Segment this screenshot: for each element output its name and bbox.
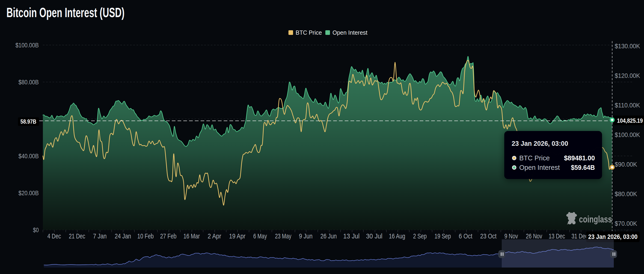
svg-text:6 May: 6 May: [254, 232, 267, 240]
svg-text:$89481.00: $89481.00: [564, 154, 595, 162]
svg-text:10 Feb: 10 Feb: [138, 232, 154, 240]
svg-text:26 Nov: 26 Nov: [526, 232, 542, 240]
svg-text:30 Jul: 30 Jul: [366, 232, 382, 240]
svg-text:16 Mar: 16 Mar: [184, 232, 200, 240]
svg-text:$130.00K: $130.00K: [615, 43, 640, 50]
svg-text:$110.00K: $110.00K: [615, 102, 640, 109]
svg-text:16 Aug: 16 Aug: [389, 232, 405, 240]
svg-text:$80.00K: $80.00K: [615, 190, 637, 198]
svg-text:6 Oct: 6 Oct: [459, 232, 473, 240]
svg-text:Bitcoin Open Interest (USD): Bitcoin Open Interest (USD): [6, 5, 124, 20]
svg-text:BTC Price: BTC Price: [519, 154, 550, 162]
svg-text:27 Feb: 27 Feb: [160, 232, 176, 240]
svg-text:Open Interest: Open Interest: [519, 164, 560, 171]
svg-text:$80.00B: $80.00B: [18, 79, 39, 86]
svg-text:23 May: 23 May: [275, 232, 292, 240]
svg-text:$59.64B: $59.64B: [571, 164, 595, 171]
svg-text:9 Jun: 9 Jun: [299, 232, 313, 240]
svg-text:7 Jan: 7 Jan: [93, 232, 107, 240]
svg-text:31 Dec: 31 Dec: [572, 232, 588, 240]
svg-text:13 Jul: 13 Jul: [343, 232, 360, 240]
svg-text:Open Interest: Open Interest: [332, 29, 368, 36]
svg-text:BTC Price: BTC Price: [296, 29, 322, 36]
svg-text:coinglass: coinglass: [579, 214, 612, 224]
svg-text:$100.00B: $100.00B: [16, 42, 39, 49]
svg-text:58.97B: 58.97B: [20, 118, 36, 125]
svg-text:23 Oct: 23 Oct: [480, 232, 497, 240]
svg-text:$120.00K: $120.00K: [615, 72, 640, 79]
svg-text:13 Dec: 13 Dec: [549, 232, 565, 240]
svg-text:9 Nov: 9 Nov: [504, 232, 518, 240]
svg-text:2 Apr: 2 Apr: [208, 232, 221, 240]
svg-text:21 Dec: 21 Dec: [69, 232, 85, 240]
svg-text:$0: $0: [33, 226, 39, 234]
svg-text:26 Jun: 26 Jun: [320, 232, 337, 240]
svg-text:23 Jan 2026, 03:00: 23 Jan 2026, 03:00: [512, 140, 568, 147]
svg-text:$20.00B: $20.00B: [18, 189, 39, 197]
svg-text:$90.00K: $90.00K: [615, 161, 637, 168]
svg-text:$40.00B: $40.00B: [18, 153, 39, 160]
svg-text:4 Dec: 4 Dec: [48, 232, 61, 240]
svg-text:19 Apr: 19 Apr: [229, 232, 246, 240]
svg-text:104,825.19: 104,825.19: [617, 117, 643, 124]
svg-text:24 Jan: 24 Jan: [115, 232, 131, 240]
svg-text:23 Jan 2026, 03:00: 23 Jan 2026, 03:00: [588, 233, 638, 240]
svg-text:$70.00K: $70.00K: [615, 220, 637, 227]
svg-text:19 Sep: 19 Sep: [435, 232, 451, 240]
svg-text:2 Sep: 2 Sep: [413, 232, 427, 240]
svg-text:$100.00K: $100.00K: [615, 131, 640, 139]
